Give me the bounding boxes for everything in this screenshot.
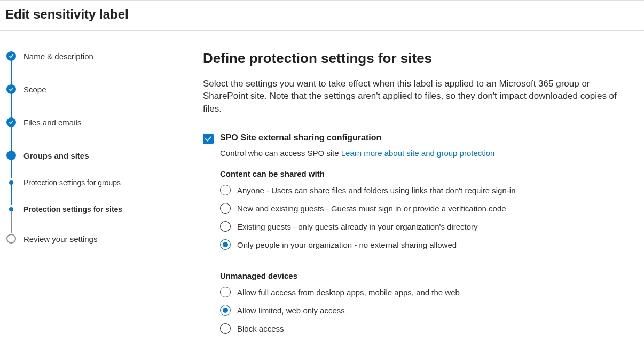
wizard-step-label: Review your settings [23,234,97,244]
radio-label: Allow limited, web only access [237,306,345,315]
wizard-substep-protection-groups[interactable]: Protection settings for groups [5,178,170,187]
wizard-step-label: Files and emails [23,118,81,127]
check-icon [6,84,16,94]
section-description: Select the settings you want to take eff… [203,77,619,115]
radio-icon [220,185,231,195]
wizard-nav: Name & description Scope Files and email… [0,31,176,361]
check-icon [205,135,212,143]
page-header: Edit sensitivity label [0,0,644,31]
radio-icon [220,203,231,214]
wizard-step-label: Protection settings for sites [23,205,122,214]
radio-label: Anyone - Users can share files and folde… [237,186,515,195]
wizard-step-files-emails[interactable]: Files and emails [5,117,170,127]
sharing-option-new-existing-guests[interactable]: New and existing guests - Guests must si… [220,203,624,214]
radio-label: Allow full access from desktop apps, mob… [237,288,460,297]
devices-section-label: Unmanaged devices [220,271,624,280]
section-heading: Define protection settings for sites [203,50,624,67]
step-connector [11,183,12,205]
wizard-step-label: Scope [23,85,46,94]
check-icon [6,51,16,61]
spo-sharing-checkbox-row: SPO Site external sharing configuration [203,133,624,144]
step-connector [11,90,12,119]
wizard-step-label: Protection settings for groups [23,178,121,187]
future-step-icon [6,234,16,244]
sub-step-dot-icon [9,207,13,211]
spo-sharing-subtext: Control who can access SPO site Learn mo… [220,148,624,158]
sharing-option-anyone[interactable]: Anyone - Users can share files and folde… [220,185,624,195]
main-content: Define protection settings for sites Sel… [176,31,644,361]
sharing-radio-group: Anyone - Users can share files and folde… [220,185,624,250]
wizard-step-list: Name & description Scope Files and email… [5,51,170,244]
radio-icon [220,323,231,334]
step-connector [11,57,12,85]
page-body: Name & description Scope Files and email… [0,31,644,361]
step-connector [11,209,12,233]
step-connector [11,123,12,152]
radio-icon [220,239,231,250]
devices-radio-group: Allow full access from desktop apps, mob… [220,287,624,334]
radio-icon [220,305,231,316]
radio-label: Only people in your organization - no ex… [237,240,457,249]
radio-label: Existing guests - only guests already in… [237,222,478,231]
radio-label: Block access [237,324,284,333]
learn-more-link[interactable]: Learn more about site and group protecti… [341,148,495,158]
sharing-option-org-only[interactable]: Only people in your organization - no ex… [220,239,624,250]
sharing-section-label: Content can be shared with [220,169,624,178]
wizard-substep-protection-sites[interactable]: Protection settings for sites [5,205,170,214]
current-step-icon [6,151,16,160]
wizard-step-review[interactable]: Review your settings [5,234,170,244]
wizard-step-scope[interactable]: Scope [5,84,170,94]
wizard-step-groups-sites[interactable]: Groups and sites [5,151,170,160]
radio-label: New and existing guests - Guests must si… [237,204,506,213]
wizard-step-label: Name & description [23,52,93,61]
page-title: Edit sensitivity label [5,7,639,22]
sub-step-dot-icon [9,180,13,185]
radio-icon [220,287,231,297]
devices-option-block[interactable]: Block access [220,323,624,334]
spo-sharing-subtext-text: Control who can access SPO site [220,148,341,158]
radio-icon [220,221,231,232]
devices-option-full-access[interactable]: Allow full access from desktop apps, mob… [220,287,624,297]
devices-option-limited-web[interactable]: Allow limited, web only access [220,305,624,316]
sharing-option-existing-guests[interactable]: Existing guests - only guests already in… [220,221,624,232]
wizard-step-name-description[interactable]: Name & description [5,51,170,61]
spo-sharing-checkbox[interactable] [203,134,214,144]
spo-sharing-checkbox-label: SPO Site external sharing configuration [220,133,381,144]
check-icon [6,117,16,127]
wizard-step-label: Groups and sites [23,151,89,160]
